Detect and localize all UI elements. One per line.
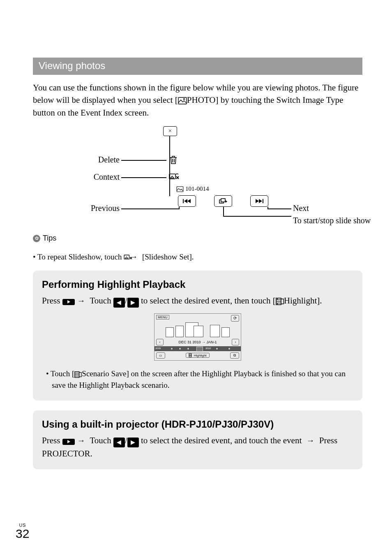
trash-icon[interactable] [169,155,178,165]
label-context: Context [83,172,120,182]
close-button[interactable] [163,126,177,136]
projector-box: Using a built-in projector (HDR-PJ10/PJ3… [33,410,362,470]
highlight-title: Performing Highlight Playback [42,279,353,290]
svg-rect-24 [189,354,191,357]
diagram-stem [169,136,170,196]
arrow-icon: → [77,434,85,447]
hl-select: to select the desired event, then touch … [139,296,276,306]
section-title: Viewing photos [33,58,362,75]
svg-rect-22 [277,299,278,299]
thumb-current-group[interactable] [185,322,198,337]
svg-rect-23 [277,303,278,304]
lightbulb-icon: ✿ [33,235,40,242]
hl-label: Highlight [284,296,317,306]
intro-paragraph: You can use the functions shown in the f… [33,81,362,119]
leader-next-v [267,207,268,209]
arrow-icon: → [77,294,85,307]
right-nav-button-2[interactable]: ▶ [127,438,139,447]
leader-previous-v [179,207,180,209]
timeline-year-right: 2010 [205,347,211,350]
date-prev-button[interactable]: ‹ [156,339,164,345]
next-button[interactable] [250,195,268,207]
date-range: DEC 31 2010 → JAN-1 [178,340,217,344]
svg-point-1 [183,99,184,100]
label-next: Next [293,204,309,213]
label-delete: Delete [83,155,120,164]
menu-button[interactable]: MENU [156,315,169,320]
svg-marker-7 [187,199,191,203]
svg-marker-10 [226,200,227,203]
arrow-icon: → [135,250,138,263]
arrow-icon: → [307,434,315,447]
play-images-button-2[interactable] [62,439,75,445]
timeline-bar[interactable]: 2009 2010 [154,346,241,351]
play-images-button[interactable] [62,299,75,305]
subbullet-mid: Scenario Save] on the screen after the H… [52,369,346,390]
leader-slide [223,216,291,217]
left-nav-button[interactable]: ◀ [113,298,125,308]
tips-bullet: • To repeat Slideshow, touch → [Slidesho… [33,250,362,263]
pj-touch: Touch [88,435,113,445]
thumb-next[interactable] [210,325,220,337]
timeline-year-left: 2009 [155,347,161,350]
subbullet-pre: Touch [ [51,369,74,378]
date-next-button[interactable]: › [232,339,239,345]
svg-marker-6 [184,199,187,203]
highlight-button[interactable]: Highlight [186,353,209,358]
thumb-prev[interactable] [175,326,184,337]
label-slideshow: To start/stop slide show [293,216,392,225]
record-mode-button[interactable]: ▭ [156,352,165,359]
svg-rect-0 [178,97,187,104]
left-nav-button-2[interactable]: ◀ [113,438,125,447]
intro-photo-label: PHOTO [187,95,216,105]
leader-context [121,177,166,178]
tips-label: Tips [43,234,56,243]
context-icon[interactable] [169,172,180,181]
scenario-film-icon [74,371,82,378]
prev-button[interactable] [178,195,196,207]
photo-viewer-diagram: Delete Context 101-0014 Previous Next [66,126,329,223]
page-number: US 32 [16,523,29,540]
thumb-prev-far[interactable] [166,327,174,337]
folder-number: 101-0014 [185,185,209,192]
leader-delete [121,160,166,161]
svg-rect-9 [221,199,225,202]
pj-select: to select the desired event, and touch t… [139,435,304,445]
highlight-playback-box: Performing Highlight Playback Press → To… [33,271,362,401]
highlight-film-icon [276,298,284,305]
svg-marker-15 [125,257,128,259]
hl-touch: Touch [88,296,113,306]
hl-press: Press [42,296,62,306]
svg-rect-13 [263,199,263,203]
highlight-button-label: Highlight [194,354,206,357]
hl-end: ]. [317,296,322,306]
photo-icon [178,97,187,104]
projector-title: Using a built-in projector (HDR-PJ10/PJ3… [42,419,353,430]
leader-slide-v [223,207,224,216]
svg-marker-11 [256,199,259,203]
projector-instructions: Press → Touch ◀/▶ to select the desired … [42,434,353,461]
pj-press: Press [42,435,62,445]
thumb-next-far[interactable] [221,327,230,337]
svg-marker-3 [171,176,174,178]
svg-marker-12 [259,199,262,203]
svg-rect-4 [177,187,183,192]
highlight-instructions: Press → Touch ◀/▶ to select the desired … [42,294,353,308]
label-previous: Previous [83,204,120,213]
thumbnail-row [154,322,241,338]
leader-previous [121,208,179,209]
event-index-screen: MENU ⟳ ‹ DEC 31 2010 → JAN-1 › 20 [154,313,241,361]
tips-pre: To repeat Slideshow, touch [37,252,124,261]
svg-rect-5 [183,199,184,203]
tips-header: ✿ Tips [33,234,362,243]
slideshow-button[interactable] [214,195,232,207]
photo-small-icon [176,186,184,192]
switch-type-button[interactable]: ⟳ [231,315,239,322]
tips-post: [Slideshow Set]. [140,252,194,261]
folder-info: 101-0014 [176,185,209,192]
right-nav-button[interactable]: ▶ [127,298,139,308]
leader-next [268,208,291,209]
play-all-button[interactable]: ⧉ [230,352,239,359]
page-number-value: 32 [16,527,29,540]
timeline-cursor[interactable] [196,347,203,352]
